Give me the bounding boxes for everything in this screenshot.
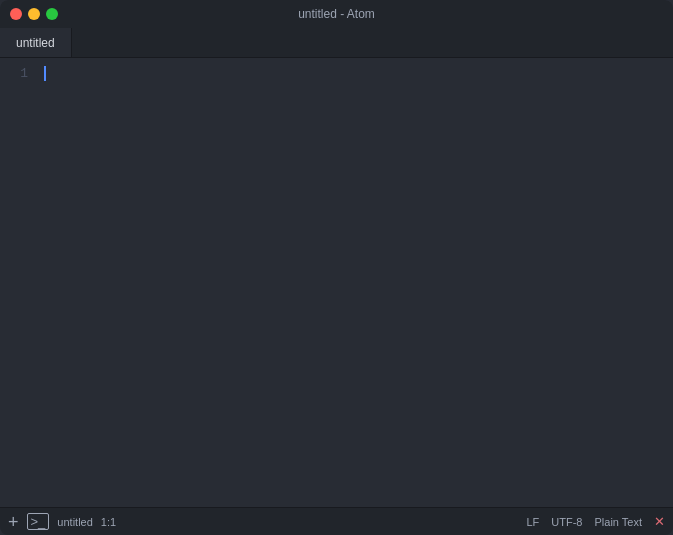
status-syntax[interactable]: Plain Text: [595, 516, 643, 528]
status-bar: + >_ untitled 1:1 LF UTF-8 Plain Text ✕: [0, 507, 673, 535]
terminal-button[interactable]: >_: [27, 513, 50, 530]
minimize-button[interactable]: [28, 8, 40, 20]
text-cursor: [44, 66, 46, 81]
status-left: + >_ untitled 1:1: [8, 513, 116, 531]
status-filename: untitled: [57, 516, 92, 528]
status-line-ending[interactable]: LF: [526, 516, 539, 528]
traffic-lights: [10, 8, 58, 20]
line-gutter: 1: [0, 58, 36, 507]
add-button[interactable]: +: [8, 513, 19, 531]
error-icon[interactable]: ✕: [654, 514, 665, 529]
code-editor[interactable]: [36, 58, 673, 507]
line-number-1: 1: [0, 66, 28, 81]
tab-bar: untitled: [0, 28, 673, 58]
tab-label: untitled: [16, 36, 55, 50]
window-title: untitled - Atom: [298, 7, 375, 21]
maximize-button[interactable]: [46, 8, 58, 20]
status-encoding[interactable]: UTF-8: [551, 516, 582, 528]
status-position[interactable]: 1:1: [101, 516, 116, 528]
close-button[interactable]: [10, 8, 22, 20]
editor-area: 1: [0, 58, 673, 507]
tab-untitled[interactable]: untitled: [0, 28, 72, 57]
status-right: LF UTF-8 Plain Text ✕: [526, 514, 665, 529]
title-bar: untitled - Atom: [0, 0, 673, 28]
